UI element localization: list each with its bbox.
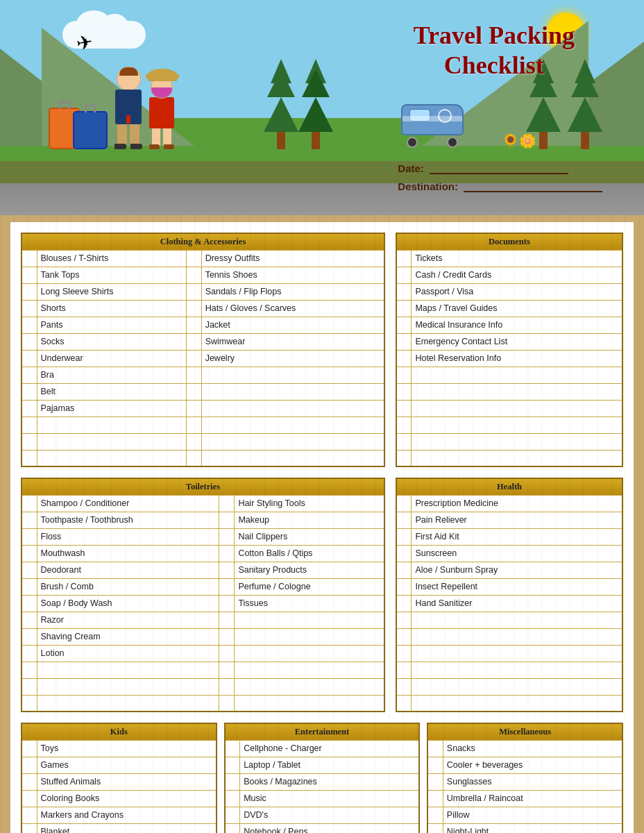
check-cell[interactable] (427, 773, 443, 790)
check-cell[interactable] (219, 512, 235, 528)
flowers-decoration: 🌻🌼 (502, 133, 536, 149)
check-cell[interactable] (22, 545, 37, 562)
check-cell[interactable] (396, 678, 412, 695)
destination-field[interactable] (464, 180, 602, 192)
check-cell[interactable] (396, 645, 412, 662)
check-cell[interactable] (186, 433, 201, 450)
check-cell[interactable] (22, 383, 37, 400)
check-cell[interactable] (22, 695, 37, 712)
check-cell[interactable] (396, 317, 412, 333)
check-cell[interactable] (22, 512, 37, 528)
check-cell[interactable] (22, 495, 37, 512)
check-cell[interactable] (396, 416, 412, 433)
check-cell[interactable] (219, 545, 235, 562)
check-cell[interactable] (22, 400, 37, 416)
check-cell[interactable] (22, 283, 37, 300)
check-cell[interactable] (396, 367, 412, 383)
check-cell[interactable] (219, 495, 235, 512)
check-cell[interactable] (22, 528, 37, 545)
check-cell[interactable] (186, 317, 201, 333)
check-cell[interactable] (186, 416, 201, 433)
check-cell[interactable] (22, 595, 37, 612)
check-cell[interactable] (396, 350, 412, 367)
check-cell[interactable] (396, 512, 412, 528)
check-cell[interactable] (22, 450, 37, 466)
check-cell[interactable] (396, 333, 412, 350)
check-cell[interactable] (396, 450, 412, 466)
check-cell[interactable] (22, 612, 37, 628)
check-cell[interactable] (186, 400, 201, 416)
check-cell[interactable] (427, 790, 443, 807)
check-cell[interactable] (219, 595, 235, 612)
check-cell[interactable] (396, 250, 412, 267)
check-cell[interactable] (396, 528, 412, 545)
check-cell[interactable] (225, 790, 240, 807)
check-cell[interactable] (22, 678, 37, 695)
check-cell[interactable] (219, 645, 235, 662)
check-cell[interactable] (186, 367, 201, 383)
check-cell[interactable] (225, 773, 240, 790)
check-cell[interactable] (22, 773, 37, 790)
check-cell[interactable] (396, 628, 412, 645)
check-cell[interactable] (219, 578, 235, 595)
check-cell[interactable] (225, 757, 240, 773)
check-cell[interactable] (225, 807, 240, 823)
check-cell[interactable] (22, 628, 37, 645)
check-cell[interactable] (396, 545, 412, 562)
check-cell[interactable] (22, 350, 37, 367)
check-cell[interactable] (22, 367, 37, 383)
check-cell[interactable] (225, 740, 240, 757)
check-cell[interactable] (22, 578, 37, 595)
check-cell[interactable] (186, 350, 201, 367)
check-cell[interactable] (22, 317, 37, 333)
check-cell[interactable] (396, 662, 412, 678)
check-cell[interactable] (186, 250, 201, 267)
date-field[interactable] (430, 162, 568, 174)
check-cell[interactable] (396, 267, 412, 283)
check-cell[interactable] (186, 267, 201, 283)
check-cell[interactable] (396, 283, 412, 300)
check-cell[interactable] (186, 333, 201, 350)
check-cell[interactable] (219, 678, 235, 695)
check-cell[interactable] (22, 250, 37, 267)
check-cell[interactable] (396, 612, 412, 628)
check-cell[interactable] (427, 823, 443, 833)
check-cell[interactable] (219, 562, 235, 578)
check-cell[interactable] (427, 740, 443, 757)
check-cell[interactable] (396, 495, 412, 512)
check-cell[interactable] (219, 628, 235, 645)
check-cell[interactable] (219, 695, 235, 712)
check-cell[interactable] (396, 383, 412, 400)
check-cell[interactable] (22, 300, 37, 317)
check-cell[interactable] (22, 645, 37, 662)
check-cell[interactable] (396, 400, 412, 416)
item-cell: Bra (37, 367, 186, 383)
check-cell[interactable] (219, 662, 235, 678)
check-cell[interactable] (22, 823, 37, 833)
check-cell[interactable] (22, 416, 37, 433)
check-cell[interactable] (396, 433, 412, 450)
check-cell[interactable] (396, 578, 412, 595)
check-cell[interactable] (396, 300, 412, 317)
check-cell[interactable] (22, 562, 37, 578)
check-cell[interactable] (186, 383, 201, 400)
check-cell[interactable] (22, 807, 37, 823)
check-cell[interactable] (22, 433, 37, 450)
check-cell[interactable] (225, 823, 240, 833)
check-cell[interactable] (427, 807, 443, 823)
check-cell[interactable] (22, 790, 37, 807)
check-cell[interactable] (427, 757, 443, 773)
check-cell[interactable] (396, 562, 412, 578)
check-cell[interactable] (219, 612, 235, 628)
check-cell[interactable] (22, 333, 37, 350)
check-cell[interactable] (186, 283, 201, 300)
check-cell[interactable] (396, 595, 412, 612)
check-cell[interactable] (22, 662, 37, 678)
check-cell[interactable] (22, 757, 37, 773)
check-cell[interactable] (396, 695, 412, 712)
check-cell[interactable] (22, 740, 37, 757)
check-cell[interactable] (186, 450, 201, 466)
check-cell[interactable] (186, 300, 201, 317)
check-cell[interactable] (219, 528, 235, 545)
check-cell[interactable] (22, 267, 37, 283)
